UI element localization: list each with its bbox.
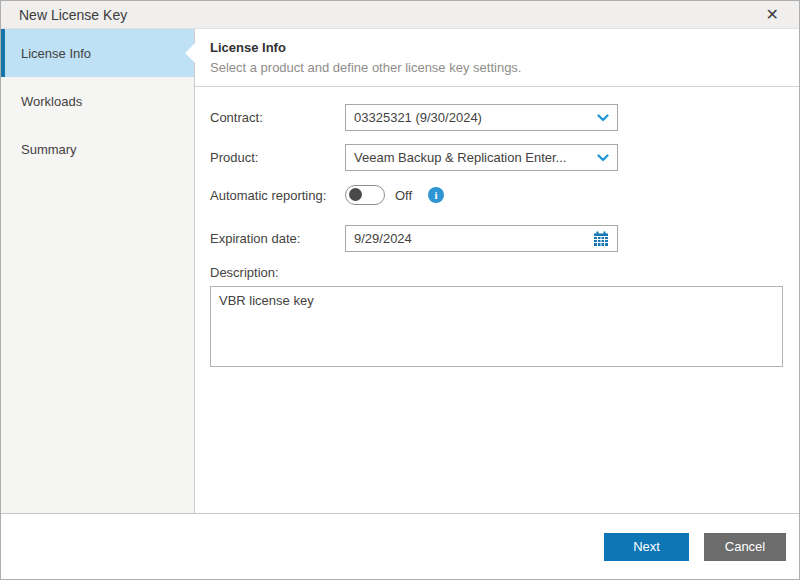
next-button[interactable]: Next: [604, 533, 689, 561]
automatic-reporting-label: Automatic reporting:: [210, 188, 345, 203]
content-panel: License Info Select a product and define…: [195, 29, 799, 513]
info-icon[interactable]: i: [428, 187, 444, 203]
product-label: Product:: [210, 150, 345, 165]
expiration-date-row: Expiration date:: [210, 225, 784, 252]
cancel-button[interactable]: Cancel: [704, 533, 786, 561]
description-label: Description:: [210, 265, 784, 280]
sidebar-item-label: License Info: [21, 46, 91, 61]
chevron-down-icon: [597, 114, 609, 122]
calendar-icon[interactable]: [593, 231, 609, 247]
automatic-reporting-toggle[interactable]: [345, 185, 385, 205]
product-row: Product: Veeam Backup & Replication Ente…: [210, 144, 784, 171]
title-bar: New License Key ✕: [1, 1, 799, 29]
sidebar-item-summary[interactable]: Summary: [1, 125, 194, 173]
step-header: License Info Select a product and define…: [195, 29, 799, 87]
license-form: Contract: 03325321 (9/30/2024) Product: …: [195, 87, 799, 367]
new-license-key-dialog: New License Key ✕ License Info Workloads…: [0, 0, 800, 580]
description-textarea[interactable]: VBR license key: [210, 286, 783, 367]
contract-row: Contract: 03325321 (9/30/2024): [210, 104, 784, 131]
wizard-steps-sidebar: License Info Workloads Summary: [1, 29, 195, 513]
automatic-reporting-row: Automatic reporting: Off i: [210, 185, 784, 205]
step-title: License Info: [210, 40, 799, 55]
toggle-state-label: Off: [395, 188, 412, 203]
expiration-date-input[interactable]: [354, 231, 593, 246]
sidebar-item-workloads[interactable]: Workloads: [1, 77, 194, 125]
dialog-title: New License Key: [19, 7, 127, 23]
contract-dropdown[interactable]: 03325321 (9/30/2024): [345, 104, 618, 131]
footer-bar: Next Cancel: [1, 513, 799, 579]
chevron-down-icon: [597, 154, 609, 162]
step-subtitle: Select a product and define other licens…: [210, 60, 799, 75]
expiration-date-field: [345, 225, 618, 252]
contract-value: 03325321 (9/30/2024): [354, 110, 488, 125]
contract-label: Contract:: [210, 110, 345, 125]
sidebar-item-license-info[interactable]: License Info: [1, 29, 194, 77]
product-dropdown[interactable]: Veeam Backup & Replication Enter...: [345, 144, 618, 171]
dialog-body: License Info Workloads Summary License I…: [1, 29, 799, 513]
toggle-knob: [349, 188, 362, 201]
sidebar-item-label: Summary: [21, 142, 77, 157]
expiration-date-label: Expiration date:: [210, 231, 345, 246]
close-icon[interactable]: ✕: [764, 5, 781, 25]
sidebar-item-label: Workloads: [21, 94, 82, 109]
product-value: Veeam Backup & Replication Enter...: [354, 150, 572, 165]
